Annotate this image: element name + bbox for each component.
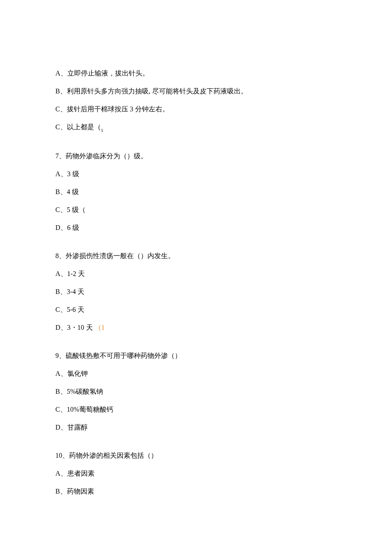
q8-stem: 8、外渗损伤性溃疡一般在（）内发生。 — [55, 251, 337, 261]
spacer — [55, 241, 337, 251]
q8-option-c: C、5-6 天 — [55, 305, 337, 315]
q8-d-orange: （1 — [95, 324, 105, 331]
q6-option-c2: C、以上都是（1 — [55, 122, 337, 133]
q9-stem: 9、硫酸镁热敷不可用于哪种药物外渗（） — [55, 351, 337, 361]
spacer — [55, 340, 337, 351]
q10-option-b: B、药物因素 — [55, 486, 337, 497]
q10-option-a: A、患者因素 — [55, 468, 337, 479]
q7-option-c: C、5 级（ — [55, 205, 337, 215]
q6-c2-text: C、以上都是（ — [55, 123, 101, 131]
q8-d-text: D、3・10 天 — [55, 324, 95, 331]
q10-stem: 10、药物外渗的相关因素包括（） — [55, 450, 337, 461]
q7-option-d: D、6 级 — [55, 223, 337, 233]
q9-option-b: B、5%碳酸氢钠 — [55, 386, 337, 397]
q6-option-a: A、立即停止输液，拔出针头。 — [55, 68, 337, 78]
q8-option-b: B、3-4 天 — [55, 287, 337, 297]
q8-option-a: A、1-2 天 — [55, 269, 337, 279]
q6-option-b: B、利用原针头多方向强力抽吸, 尽可能将针头及皮下药液吸出。 — [55, 86, 337, 96]
q7-option-b: B、4 级 — [55, 187, 337, 197]
q6-c2-subscript: 1 — [101, 128, 104, 133]
q9-option-d: D、甘露醇 — [55, 422, 337, 433]
q6-option-c: C、拔针后用干棉球按压 3 分钟左右。 — [55, 104, 337, 114]
q7-stem: 7、药物外渗临床分为（）级。 — [55, 151, 337, 161]
document-page: A、立即停止输液，拔出针头。 B、利用原针头多方向强力抽吸, 尽可能将针头及皮下… — [0, 0, 392, 555]
q9-option-a: A、氯化钾 — [55, 369, 337, 379]
q7-option-a: A、3 级 — [55, 169, 337, 179]
spacer — [55, 440, 337, 450]
q8-option-d: D、3・10 天 （1 — [55, 323, 337, 333]
q9-option-c: C、10%葡萄糖酸钙 — [55, 404, 337, 415]
spacer — [55, 141, 337, 151]
